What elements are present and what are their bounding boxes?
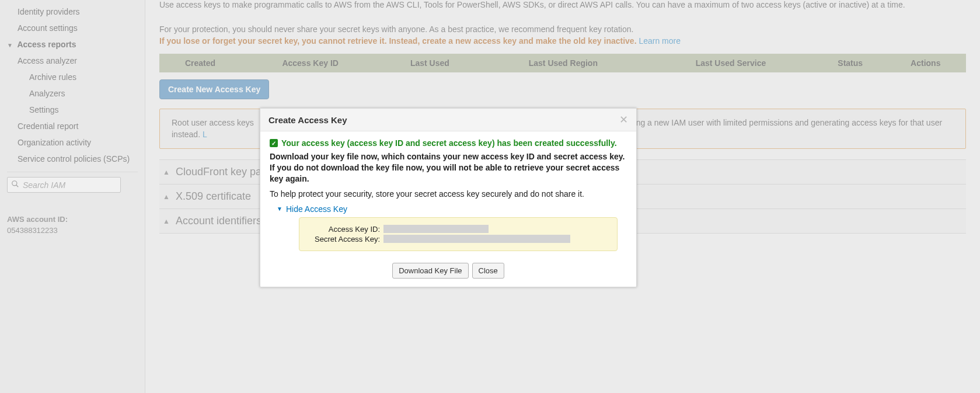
modal-body: ✓ Your access key (access key ID and sec… [260, 131, 636, 257]
toggle-label: Hide Access Key [286, 204, 347, 214]
help-text: To help protect your security, store you… [270, 189, 627, 199]
hide-access-key-toggle[interactable]: ▼ Hide Access Key [277, 204, 627, 214]
modal-footer: Download Key File Close [260, 257, 636, 287]
check-icon: ✓ [270, 139, 278, 147]
create-access-key-modal: Create Access Key ✕ ✓ Your access key (a… [260, 108, 637, 287]
modal-header: Create Access Key ✕ [260, 109, 636, 131]
close-icon[interactable]: ✕ [619, 114, 628, 125]
access-key-id-label: Access Key ID: [308, 225, 383, 234]
download-key-file-button[interactable]: Download Key File [392, 263, 468, 279]
caret-down-icon: ▼ [277, 206, 283, 212]
modal-title: Create Access Key [268, 115, 347, 125]
secret-access-key-value [383, 235, 570, 243]
success-text: Your access key (access key ID and secre… [281, 138, 617, 148]
download-instructions: Download your key file now, which contai… [270, 151, 627, 185]
success-message: ✓ Your access key (access key ID and sec… [270, 138, 627, 148]
access-key-id-value [383, 225, 489, 233]
secret-access-key-label: Secret Access Key: [308, 235, 383, 244]
close-button[interactable]: Close [472, 263, 504, 279]
access-key-box: Access Key ID: Secret Access Key: [299, 217, 618, 251]
